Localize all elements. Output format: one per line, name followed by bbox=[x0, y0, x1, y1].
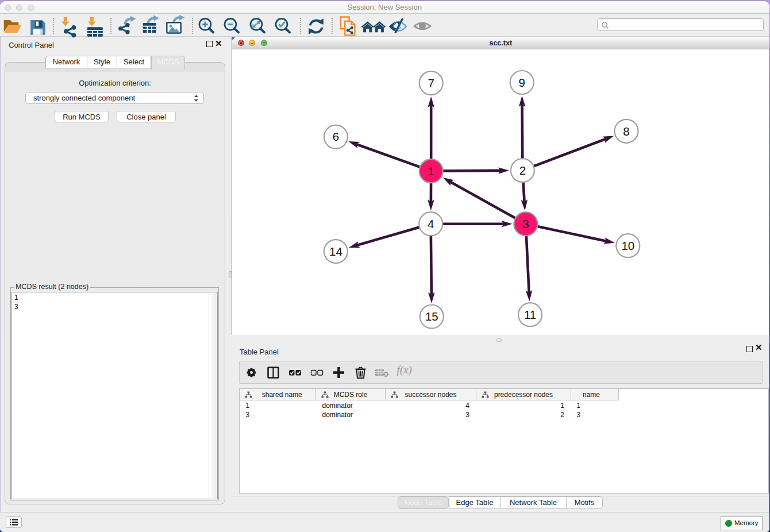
svg-text:3: 3 bbox=[522, 217, 529, 230]
svg-text:2: 2 bbox=[519, 164, 526, 177]
svg-text:8: 8 bbox=[623, 125, 629, 138]
svg-text:11: 11 bbox=[524, 308, 536, 321]
svg-text:9: 9 bbox=[519, 76, 525, 89]
svg-text:15: 15 bbox=[425, 310, 438, 323]
svg-text:10: 10 bbox=[621, 239, 634, 252]
svg-text:7: 7 bbox=[428, 76, 434, 90]
svg-text:6: 6 bbox=[333, 130, 339, 143]
svg-text:4: 4 bbox=[428, 217, 434, 230]
svg-text:14: 14 bbox=[329, 245, 342, 258]
svg-text:1: 1 bbox=[428, 164, 434, 178]
